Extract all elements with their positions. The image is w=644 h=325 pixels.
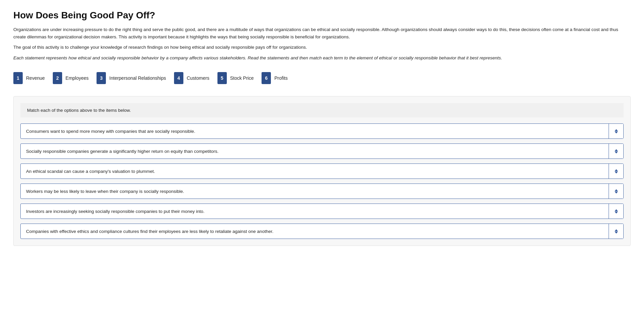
term-item: 6Profits bbox=[262, 69, 296, 87]
term-label: Customers bbox=[187, 75, 209, 81]
term-badge: 2 bbox=[53, 72, 62, 84]
instructions-text: Match each of the options above to the i… bbox=[27, 108, 131, 113]
term-item: 5Stock Price bbox=[217, 69, 262, 87]
term-badge: 5 bbox=[217, 72, 227, 84]
match-row: Investors are increasingly seeking socia… bbox=[20, 204, 624, 219]
arrow-down-icon bbox=[615, 172, 618, 174]
match-dropdown-button[interactable] bbox=[609, 164, 623, 179]
arrow-up-icon bbox=[615, 149, 618, 151]
instructions-box: Match each of the options above to the i… bbox=[20, 103, 624, 117]
term-item: 4Customers bbox=[174, 69, 217, 87]
arrow-up-icon bbox=[615, 209, 618, 211]
arrow-up-icon bbox=[615, 169, 618, 171]
match-dropdown-button[interactable] bbox=[609, 204, 623, 219]
intro-italic: Each statement represents how ethical an… bbox=[13, 54, 631, 62]
match-dropdown-button[interactable] bbox=[609, 184, 623, 199]
term-badge: 4 bbox=[174, 72, 183, 84]
statement-text: Companies with effective ethics and comp… bbox=[21, 225, 609, 238]
match-dropdown-button[interactable] bbox=[609, 144, 623, 158]
term-badge: 6 bbox=[262, 72, 271, 84]
arrow-up-icon bbox=[615, 129, 618, 131]
dropdown-arrows-icon bbox=[615, 209, 618, 214]
match-row: Companies with effective ethics and comp… bbox=[20, 224, 624, 239]
term-label: Stock Price bbox=[230, 75, 254, 81]
statement-text: Consumers want to spend more money with … bbox=[21, 125, 609, 138]
statements-container: Consumers want to spend more money with … bbox=[20, 123, 624, 239]
statement-text: An ethical scandal can cause a company's… bbox=[21, 165, 609, 178]
match-row: Workers may be less likely to leave when… bbox=[20, 184, 624, 199]
arrow-down-icon bbox=[615, 151, 618, 153]
term-item: 2Employees bbox=[53, 69, 97, 87]
match-dropdown-button[interactable] bbox=[609, 124, 623, 138]
intro-paragraph-1: Organizations are under increasing press… bbox=[13, 26, 631, 40]
term-label: Profits bbox=[274, 75, 288, 81]
dropdown-arrows-icon bbox=[615, 149, 618, 153]
arrow-up-icon bbox=[615, 229, 618, 231]
dropdown-arrows-icon bbox=[615, 229, 618, 234]
arrow-down-icon bbox=[615, 212, 618, 214]
term-item: 1Revenue bbox=[13, 69, 53, 87]
term-label: Revenue bbox=[26, 75, 45, 81]
statement-text: Workers may be less likely to leave when… bbox=[21, 185, 609, 198]
term-badge: 3 bbox=[97, 72, 106, 84]
dropdown-arrows-icon bbox=[615, 129, 618, 133]
intro-paragraph-2: The goal of this activity is to challeng… bbox=[13, 44, 631, 51]
statement-text: Investors are increasingly seeking socia… bbox=[21, 205, 609, 218]
dropdown-arrows-icon bbox=[615, 169, 618, 174]
statement-text: Socially responsible companies generate … bbox=[21, 145, 609, 158]
match-row: Socially responsible companies generate … bbox=[20, 143, 624, 159]
term-label: Employees bbox=[65, 75, 89, 81]
arrow-up-icon bbox=[615, 189, 618, 191]
match-dropdown-button[interactable] bbox=[609, 224, 623, 239]
dropdown-arrows-icon bbox=[615, 189, 618, 194]
term-label: Interpersonal Relationships bbox=[109, 75, 166, 81]
term-badge: 1 bbox=[13, 72, 23, 84]
arrow-down-icon bbox=[615, 232, 618, 234]
match-row: An ethical scandal can cause a company's… bbox=[20, 164, 624, 179]
term-item: 3Interpersonal Relationships bbox=[97, 69, 174, 87]
terms-row: 1Revenue2Employees3Interpersonal Relatio… bbox=[13, 69, 631, 87]
arrow-down-icon bbox=[615, 131, 618, 133]
match-section: Match each of the options above to the i… bbox=[13, 96, 631, 246]
match-row: Consumers want to spend more money with … bbox=[20, 123, 624, 139]
page-title: How Does Being Good Pay Off? bbox=[13, 10, 631, 21]
arrow-down-icon bbox=[615, 192, 618, 194]
